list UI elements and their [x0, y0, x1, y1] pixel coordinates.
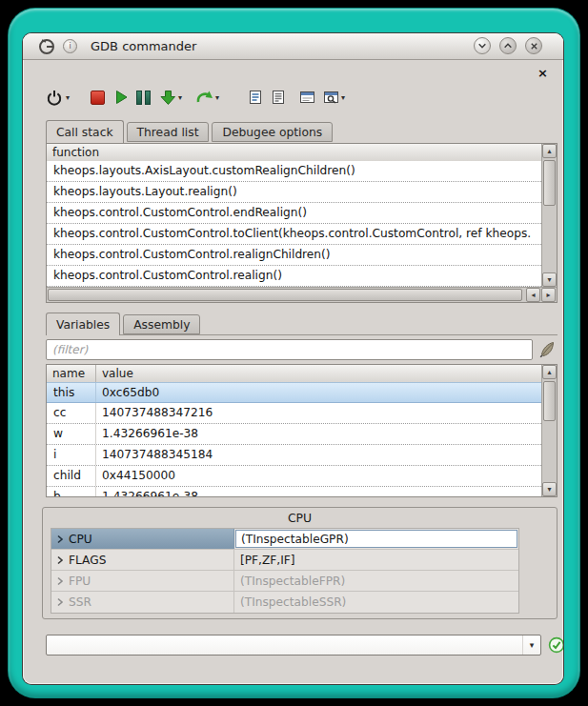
variables-vertical-scrollbar[interactable]: ▴ ▾ [541, 365, 557, 496]
variable-name: this [47, 383, 96, 402]
variable-value: 140737488345184 [96, 445, 541, 465]
close-icon [529, 41, 539, 51]
message-list-button[interactable] [271, 85, 286, 110]
cpu-register-value: (TInspectableSSR) [234, 592, 518, 613]
dock-close-button[interactable]: × [537, 68, 548, 79]
expand-arrow-icon[interactable] [56, 555, 64, 565]
scroll-right-button[interactable]: ▸ [541, 288, 556, 302]
cpu-register-name[interactable]: FLAGS [51, 550, 234, 570]
callstack-row[interactable]: kheops.layouts.AxisLayout.customRealignC… [47, 161, 541, 182]
filter-row [46, 339, 558, 360]
list-icon [271, 90, 286, 105]
cpu-register-name[interactable]: SSR [51, 592, 234, 613]
app-icon [38, 38, 57, 55]
scroll-down-button[interactable]: ▾ [542, 482, 557, 496]
command-row: ▾ [46, 635, 563, 656]
callstack-pane: function kheops.layouts.AxisLayout.custo… [46, 143, 558, 303]
callstack-row[interactable]: kheops.control.CustomControl.toClient(kh… [47, 224, 541, 245]
info-badge-icon: i [63, 39, 77, 53]
cpu-row[interactable]: CPU (TInspectableGPR) [51, 529, 518, 550]
step-over-icon [195, 90, 213, 105]
tab-thread-list[interactable]: Thread list [127, 122, 210, 142]
filter-input[interactable] [46, 339, 533, 360]
column-header-name[interactable]: name [47, 365, 96, 382]
tab-debugee-options[interactable]: Debugee options [212, 122, 333, 142]
command-combobox[interactable]: ▾ [46, 635, 541, 656]
callstack-vertical-scrollbar[interactable]: ▴ ▾ [541, 144, 557, 287]
variable-name: w [47, 424, 96, 444]
variable-name: cc [47, 403, 96, 423]
evaluate-button[interactable] [323, 85, 339, 110]
run-button[interactable] [114, 85, 129, 110]
shade-button[interactable] [474, 37, 491, 54]
callstack-horizontal-scrollbar[interactable]: ◂ ▸ [47, 287, 557, 302]
source-file-icon [248, 90, 263, 105]
maximize-button[interactable] [499, 37, 517, 54]
source-view-button[interactable] [248, 85, 263, 110]
vertical-scrollbar-thumb[interactable] [543, 160, 556, 206]
callstack-column-header[interactable]: function [47, 144, 541, 162]
stop-button[interactable] [91, 85, 105, 110]
command-input[interactable] [49, 636, 521, 654]
variables-row[interactable]: child 0x44150000 [47, 466, 541, 487]
quill-icon [538, 341, 556, 358]
cpu-row[interactable]: SSR (TInspectableSSR) [51, 592, 518, 613]
callstack-row[interactable]: kheops.control.CustomControl.realignChil… [47, 245, 541, 266]
variables-row[interactable]: w 1.43266961e-38 [47, 424, 541, 445]
callstack-row[interactable]: kheops.control.CustomControl.endRealign(… [47, 203, 541, 224]
vertical-scrollbar-thumb[interactable] [543, 381, 556, 421]
scroll-left-button[interactable]: ◂ [526, 288, 540, 302]
tab-call-stack[interactable]: Call stack [46, 120, 124, 143]
variables-header: name value [47, 365, 541, 383]
step-over-button[interactable] [195, 85, 213, 110]
filter-options-button[interactable] [537, 339, 558, 360]
power-dropdown[interactable]: ▾ [66, 93, 70, 102]
tab-assembly[interactable]: Assembly [123, 314, 200, 334]
cpu-register-value-editor[interactable]: (TInspectableGPR) [235, 530, 517, 548]
tab-variables[interactable]: Variables [46, 313, 120, 335]
cpu-register-name[interactable]: FPU [51, 571, 234, 591]
variable-value: 1.43266961e-38 [96, 487, 541, 496]
horizontal-scrollbar-thumb[interactable] [48, 289, 522, 301]
power-button[interactable] [46, 85, 63, 110]
check-circle-icon [548, 636, 564, 654]
power-icon [46, 89, 63, 106]
cpu-row[interactable]: FPU (TInspectableFPR) [51, 571, 518, 592]
gdb-commander-window: i GDB commander [23, 33, 563, 684]
chevron-up-icon [502, 40, 514, 51]
expand-arrow-icon[interactable] [56, 576, 64, 586]
callstack-row[interactable]: kheops.control.CustomControl.realign() [47, 266, 541, 287]
variables-row-selected[interactable]: this 0xc65db0 [47, 382, 541, 403]
step-button[interactable] [160, 85, 176, 110]
run-icon [114, 90, 129, 105]
stop-icon [91, 91, 105, 105]
watch-window-button[interactable] [299, 85, 315, 110]
variables-row[interactable]: cc 140737488347216 [47, 403, 541, 424]
pause-icon [136, 91, 151, 105]
cpu-groupbox-title: CPU [43, 511, 557, 525]
scroll-up-button[interactable]: ▴ [542, 365, 557, 379]
expand-arrow-icon[interactable] [56, 597, 64, 607]
variables-row[interactable]: b 1.43266961e-38 [47, 487, 541, 496]
scroll-down-button[interactable]: ▾ [542, 272, 557, 287]
evaluate-dropdown[interactable]: ▾ [341, 93, 345, 102]
close-button[interactable] [525, 37, 542, 54]
cpu-register-label: FPU [69, 575, 91, 588]
pause-button[interactable] [136, 85, 151, 110]
evaluate-icon [323, 90, 339, 105]
variables-row[interactable]: i 140737488345184 [47, 445, 541, 466]
column-header-value[interactable]: value [96, 365, 541, 382]
cpu-row[interactable]: FLAGS [PF,ZF,IF] [51, 550, 518, 571]
variable-value: 0x44150000 [96, 466, 541, 486]
step-over-dropdown[interactable]: ▾ [215, 93, 219, 102]
scroll-up-button[interactable]: ▴ [542, 144, 557, 158]
debug-toolbar: ▾ ▾ [46, 83, 345, 111]
expand-arrow-icon[interactable] [56, 535, 64, 544]
execute-button[interactable] [547, 636, 563, 655]
window-title: GDB commander [91, 39, 196, 53]
cpu-register-name-selected[interactable]: CPU [51, 529, 234, 549]
step-dropdown[interactable]: ▾ [178, 93, 182, 102]
callstack-row[interactable]: kheops.layouts.Layout.realign() [47, 182, 541, 203]
combo-dropdown-button[interactable]: ▾ [522, 635, 540, 655]
cpu-register-value: [PF,ZF,IF] [234, 550, 518, 570]
